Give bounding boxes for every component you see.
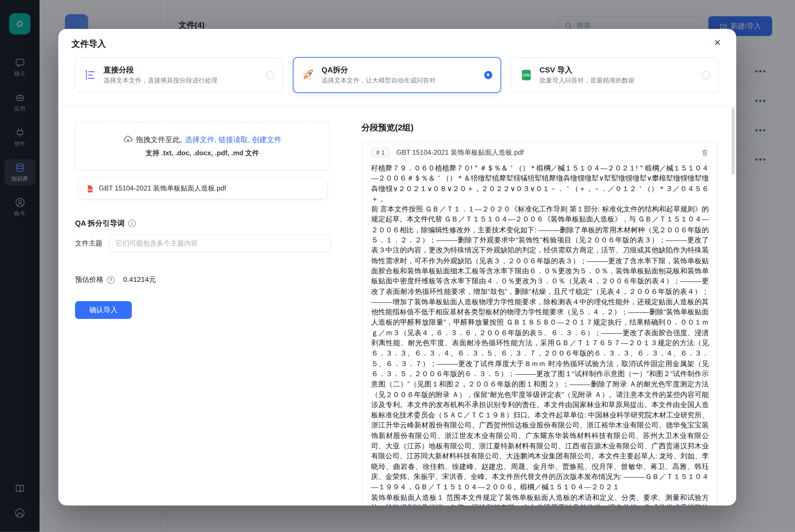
info-icon[interactable]: i: [128, 220, 136, 227]
upload-links[interactable]: 选择文件, 链接读取, 创建文件: [185, 135, 281, 145]
help-icon[interactable]: ?: [107, 276, 115, 284]
mode-radio[interactable]: [484, 71, 492, 79]
topic-input[interactable]: [109, 234, 331, 252]
section-divider: [58, 106, 736, 107]
mode-radio[interactable]: [266, 71, 274, 79]
mode-desc: 选择文本文件，直接将其按分段进行处理: [103, 76, 217, 85]
uploaded-file-name: GBT 15104-2021 装饰单板贴面人造板.pdf: [99, 184, 226, 193]
delete-chunk-button[interactable]: [701, 149, 709, 157]
mode-card-direct-segment[interactable]: 直接分段 选择文本文件，直接将其按分段进行处理: [75, 57, 283, 93]
uploaded-file-item[interactable]: PDF GBT 15104-2021 装饰单板贴面人造板.pdf: [78, 178, 327, 199]
file-dropzone[interactable]: 拖拽文件至此, 选择文件, 链接读取, 创建文件 支持 .txt, .doc, …: [75, 122, 329, 170]
preview-heading: 分段预览(2组): [362, 122, 414, 133]
mode-radio[interactable]: [702, 71, 710, 79]
topic-label: 文件主题: [75, 239, 102, 248]
mode-desc: 批量导入问答对，是最精准的数据: [540, 76, 635, 85]
chunk-source-title: GBT 15104-2021 装饰单板贴面人造板.pdf: [396, 148, 524, 157]
modal-scrollbar-thumb[interactable]: [732, 108, 735, 174]
mode-title: CSV 导入: [540, 65, 635, 75]
rocket-icon: [302, 69, 315, 82]
qa-prompt-label: QA 拆分引导词 i: [75, 218, 136, 228]
csv-file-icon: CSV: [520, 69, 533, 82]
cloud-upload-icon: [123, 135, 133, 145]
screen: 聊天 应用 插件 知识库: [0, 0, 795, 532]
price-label: 预估价格: [75, 275, 103, 284]
modal-title: 文件导入: [72, 38, 106, 50]
preview-chunk-card: # 1 GBT 15104-2021 装饰单板贴面人造板.pdf 秄植犛７９．０…: [362, 141, 717, 505]
price-value: 0.41214元: [123, 275, 156, 284]
close-icon[interactable]: ✕: [710, 35, 725, 50]
mode-card-csv-import[interactable]: CSV CSV 导入 批量导入问答对，是最精准的数据: [511, 57, 719, 93]
svg-text:PDF: PDF: [88, 189, 92, 191]
qa-prompt-text: QA 拆分引导词: [75, 218, 125, 228]
price-row: 预估价格 ? 0.41214元: [75, 275, 156, 284]
import-mode-options: 直接分段 选择文本文件，直接将其按分段进行处理 QA拆分 选择文本文件，让大模型…: [75, 57, 719, 93]
supported-formats: 支持 .txt, .doc, .docx, .pdf, .md 文件: [146, 148, 259, 157]
file-import-modal: 文件导入 ✕ 直接分段 选择文本文件，直接将其按分段进行处理: [58, 29, 736, 506]
segment-icon: [84, 69, 97, 82]
drag-text: 拖拽文件至此,: [136, 135, 182, 145]
chunk-index-badge: # 1: [371, 148, 390, 157]
mode-title: QA拆分: [321, 65, 435, 75]
mode-card-qa-split[interactable]: QA拆分 选择文本文件，让大模型自动生成问答对: [293, 57, 501, 93]
pdf-file-icon: PDF: [86, 184, 94, 193]
trash-icon: [701, 149, 709, 157]
svg-text:CSV: CSV: [523, 73, 530, 77]
mode-title: 直接分段: [103, 65, 217, 75]
chunk-preview-text: 秄植犛７９．０６０植植犛７０!＂＃＄％＆＇（）＊椴棡／椷１５１０４—２０２１!＂…: [371, 163, 709, 505]
mode-desc: 选择文本文件，让大模型自动生成问答对: [321, 76, 435, 85]
confirm-import-button[interactable]: 确认导入: [75, 301, 132, 319]
